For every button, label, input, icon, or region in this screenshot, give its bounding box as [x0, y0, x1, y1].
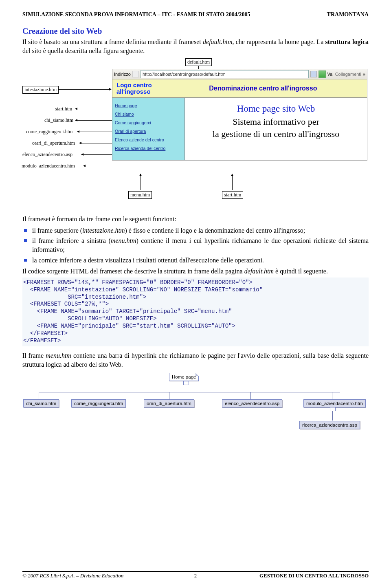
text: Home page	[172, 374, 196, 379]
menu-link-elenco-aziende[interactable]: Elenco aziende del centro	[115, 137, 182, 142]
label-modulo-aziendacentro-htm: modulo_aziendacentro.htm	[20, 163, 77, 170]
text: Il sito è basato su una struttura a fram…	[22, 38, 203, 45]
browser-window: Indirizzo http://localhost/centroingross…	[112, 69, 367, 161]
tree-node-chi-siamo: chi_siamo.htm	[23, 399, 59, 407]
tree-node-orari: orari_di_apertura.htm	[144, 399, 194, 407]
tree-connector-icon	[183, 381, 189, 385]
menu-link-home[interactable]: Home page	[115, 103, 182, 108]
header-frame: Logo centro all'ingrosso Denominazione c…	[112, 79, 367, 98]
tree-node-come-raggiungerci: come_raggiungerci.htm	[71, 399, 126, 407]
address-label: Indirizzo	[114, 72, 131, 77]
text-italic: default.htm	[203, 38, 232, 45]
page-icon	[132, 71, 139, 77]
menu-link-chi-siamo[interactable]: Chi siamo	[115, 112, 182, 117]
main-sub1: Sistema informativo per	[190, 117, 362, 127]
text-italic: default.htm	[244, 268, 274, 275]
footer-right: GESTIONE DI UN CENTRO ALL'INGROSSO	[259, 573, 369, 579]
frameset-diagram: default.htm intestazione.htm start.htm c…	[22, 61, 369, 207]
text: Il frame	[22, 352, 46, 359]
main-title: Home page sito Web	[190, 104, 362, 114]
header-left: SIMULAZIONE SECONDA PROVA INFORMATICA – …	[22, 11, 250, 18]
tree-node-ricerca: ricerca_aziendacentro.asp	[299, 421, 360, 429]
label-come-raggiungerci-htm: come_raggiungerci.htm	[24, 128, 74, 135]
go-button[interactable]	[319, 70, 326, 78]
text: il frame superiore (	[32, 227, 82, 234]
list-item: il frame superiore (intestazione.htm) è …	[23, 226, 369, 235]
page-footer: © 2007 RCS Libri S.p.A. – Divisione Educ…	[22, 571, 369, 579]
list-item: la cornice inferiore a destra visualizza…	[23, 256, 369, 265]
expand-icon[interactable]: »	[363, 72, 365, 77]
text: Il codice sorgente HTML del frameset che…	[22, 268, 244, 275]
text-italic: menu.htm	[111, 237, 136, 244]
menu-link-ricerca-azienda[interactable]: Ricerca azienda del centro	[115, 146, 182, 151]
label-orari-di-apertura-htm: orari_di_apertura.htm	[31, 140, 77, 147]
text: contiene una barra di hyperlink che rich…	[22, 352, 369, 368]
page-header: SIMULAZIONE SECONDA PROVA INFORMATICA – …	[22, 11, 369, 19]
text-italic: intestazione.htm	[82, 227, 125, 234]
section-title: Creazione del sito Web	[22, 26, 369, 36]
label-menu-htm: menu.htm	[128, 191, 152, 199]
address-field[interactable]: http://localhost/centroingrosso/default.…	[141, 70, 309, 78]
text-italic: menu.htm	[46, 352, 71, 359]
tree-node-modulo: modulo_aziendacentro.htm	[303, 399, 366, 407]
label-start-htm-bottom: start.htm	[222, 191, 243, 199]
logo-text: Logo centro all'ingrosso	[116, 82, 152, 95]
tree-node-homepage: Home page	[169, 373, 199, 381]
main-sub2: la gestione di un centro all'ingrosso	[190, 129, 362, 139]
dropdown-icon[interactable]	[310, 71, 317, 77]
paragraph-frameset-intro: Il frameset è formato da tre frame con l…	[22, 215, 369, 224]
label-intestazione-htm: intestazione.htm	[22, 86, 59, 94]
text: è quindi il seguente.	[274, 268, 328, 275]
tree-connector-icon	[330, 407, 336, 411]
page-number: 2	[194, 573, 197, 579]
center-title: Denominazione centro all'ingrosso	[163, 85, 363, 92]
label-chi-siamo-htm: chi_siamo.htm	[43, 117, 75, 124]
go-label: Vai	[327, 72, 334, 77]
frame-function-list: il frame superiore (intestazione.htm) è …	[22, 226, 369, 264]
text: ) è fisso e contiene il logo e la denomi…	[125, 227, 305, 234]
menu-frame: Home page Chi siamo Come raggiungerci Or…	[112, 98, 185, 160]
label-default-htm: default.htm	[185, 58, 212, 66]
footer-left: © 2007 RCS Libri S.p.A. – Divisione Educ…	[22, 573, 123, 579]
links-label: Collegamenti	[335, 72, 361, 77]
code-block-frameset: <FRAMESET ROWS="14%,*" FRAMESPACING="0" …	[22, 277, 369, 346]
header-right: TRAMONTANA	[327, 11, 369, 18]
text: del sito è quella descritta nella figura…	[22, 47, 145, 54]
site-tree-diagram: Home page chi_siamo.htm come_raggiungerc…	[22, 373, 369, 442]
text: all'ingrosso	[116, 88, 152, 95]
tree-node-elenco: elenco_aziendecentro.asp	[222, 399, 282, 407]
intro-paragraph: Il sito è basato su una struttura a fram…	[22, 37, 369, 55]
main-frame: Home page sito Web Sistema informativo p…	[185, 98, 367, 160]
text: , che rappresenta la home page. La	[232, 38, 325, 45]
address-bar: Indirizzo http://localhost/centroingross…	[112, 69, 367, 79]
list-item: il frame inferiore a sinistra (menu.htm)…	[23, 236, 369, 254]
text: il frame inferiore a sinistra (	[32, 237, 111, 244]
menu-link-come-raggiungerci[interactable]: Come raggiungerci	[115, 120, 182, 125]
paragraph-code-intro: Il codice sorgente HTML del frameset che…	[22, 267, 369, 276]
label-elenco-aziendecentro-asp: elenco_aziendecentro.asp	[21, 151, 74, 158]
text: Logo centro	[116, 82, 152, 88]
label-start-htm: start.htm	[53, 106, 74, 112]
menu-link-orari[interactable]: Orari di apertura	[115, 129, 182, 134]
paragraph-menu-frame: Il frame menu.htm contiene una barra di …	[22, 351, 369, 369]
text-bold: struttura logica	[325, 38, 369, 45]
